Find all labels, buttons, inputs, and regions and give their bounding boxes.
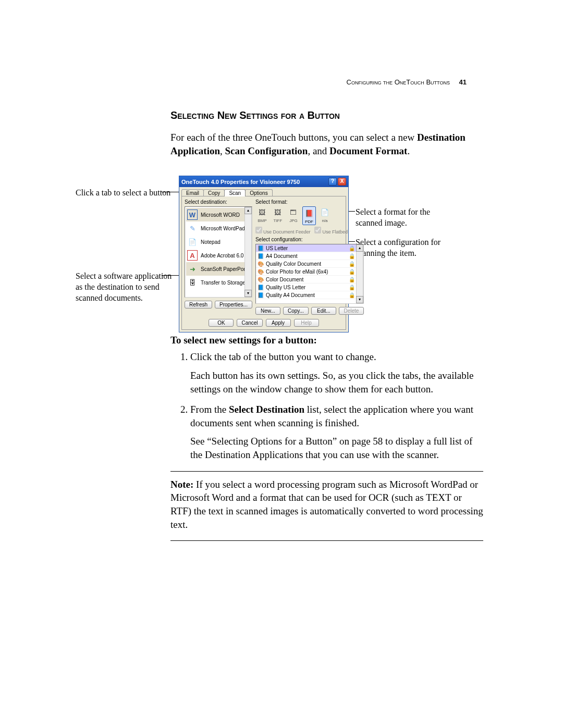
format-na[interactable]: 📄n/a — [318, 206, 332, 225]
format-jpg[interactable]: 🗔JPG — [287, 206, 300, 225]
pdf-icon: 📕 — [303, 207, 315, 219]
callout-format: Select a format for the scanned image. — [356, 207, 444, 229]
running-header-text: Configuring the OneTouch Buttons — [347, 78, 450, 86]
delete-button[interactable]: Delete — [339, 307, 364, 315]
scroll-up-icon[interactable]: ▴ — [244, 207, 252, 214]
callout-config: Select a configuration for scanning the … — [356, 237, 444, 259]
close-button[interactable]: X — [338, 178, 346, 186]
edit-button[interactable]: Edit... — [311, 307, 336, 315]
config-quality-us-letter[interactable]: 📘Quality US Letter🔒 — [256, 283, 363, 291]
scroll-up-icon[interactable]: ▴ — [356, 244, 363, 252]
destination-item-notepad[interactable]: 📄 Notepad — [186, 235, 251, 249]
notepad-icon: 📄 — [187, 237, 198, 247]
destination-item-acrobat[interactable]: A Adobe Acrobat 6.0 — [186, 249, 251, 262]
scroll-track[interactable] — [356, 252, 363, 296]
destination-label: Microsoft WORD — [201, 212, 240, 218]
tab-copy[interactable]: Copy — [203, 189, 225, 196]
tab-scan[interactable]: Scan — [224, 189, 246, 196]
cancel-button[interactable]: Cancel — [237, 319, 262, 327]
config-color-photo[interactable]: 🎨Color Photo for eMail (6x4)🔒 — [256, 268, 363, 276]
new-button[interactable]: New... — [255, 307, 280, 315]
destination-item-paperport[interactable]: ➜ ScanSoft PaperPort — [186, 262, 251, 276]
titlebar-text: OneTouch 4.0 Properties for Visioneer 97… — [181, 179, 300, 185]
label-select-format: Select format: — [255, 199, 364, 205]
config-label: US Letter — [266, 245, 288, 251]
destination-item-wordpad[interactable]: ✎ Microsoft WordPad — [186, 221, 251, 235]
apply-button[interactable]: Apply — [266, 319, 291, 327]
scroll-track[interactable] — [244, 214, 252, 290]
page-number: 41 — [459, 78, 467, 86]
checkbox-flatbed-box[interactable] — [314, 227, 321, 233]
config-us-letter[interactable]: 📘US Letter🔒 — [256, 244, 363, 252]
ok-button[interactable]: OK — [209, 319, 234, 327]
color-icon: 🎨 — [258, 276, 264, 282]
note-paragraph: Note: If you select a word processing pr… — [170, 478, 483, 532]
step-1-text: Click the tab of the button you want to … — [190, 351, 376, 362]
lock-icon: 🔒 — [349, 277, 355, 282]
configuration-list[interactable]: 📘US Letter🔒 📘A4 Document🔒 🎨Quality Color… — [255, 244, 364, 304]
scroll-down-icon[interactable]: ▾ — [244, 290, 252, 297]
config-label: Quality Color Document — [266, 261, 321, 267]
checkbox-feeder-label: Use Document Feeder — [263, 229, 311, 235]
callout-tab: Click a tab to select a button — [76, 188, 175, 199]
tab-row: Email Copy Scan Options — [179, 187, 348, 196]
help-button[interactable]: Help — [294, 319, 319, 327]
lock-icon: 🔒 — [349, 253, 355, 259]
config-quality-a4[interactable]: 📘Quality A4 Document🔒 — [256, 291, 363, 299]
section-heading: Selecting New Settings for a Button — [170, 109, 483, 121]
note-divider-top — [170, 471, 483, 472]
destination-list[interactable]: W Microsoft WORD ✎ Microsoft WordPad 📄 N… — [185, 206, 252, 298]
format-tiff[interactable]: 🖼TIFF — [271, 206, 285, 225]
intro-bold-3: Document Format — [329, 145, 407, 156]
destination-label: ScanSoft PaperPort — [201, 266, 247, 272]
format-label: n/a — [322, 218, 327, 223]
format-bmp[interactable]: 🖼BMP — [255, 206, 269, 225]
tab-email[interactable]: Email — [181, 189, 204, 196]
step-2-pre: From the — [190, 404, 229, 415]
step-1-detail: Each button has its own settings. So, as… — [190, 369, 483, 396]
step-2: From the Select Destination list, select… — [190, 403, 483, 462]
refresh-button[interactable]: Refresh — [185, 301, 212, 309]
destination-item-word[interactable]: W Microsoft WORD — [186, 208, 251, 221]
step-2-bold: Select Destination — [229, 404, 304, 415]
properties-button[interactable]: Properties... — [215, 301, 252, 309]
acrobat-icon: A — [187, 250, 198, 261]
intro-paragraph: For each of the three OneTouch buttons, … — [170, 131, 483, 157]
lock-icon: 🔒 — [349, 285, 355, 290]
config-label: Color Photo for eMail (6x4) — [266, 269, 328, 275]
na-icon: 📄 — [319, 206, 331, 218]
color-icon: 🎨 — [258, 268, 264, 275]
tiff-icon: 🖼 — [272, 206, 284, 218]
checkbox-flatbed[interactable]: Use Flatbed — [314, 227, 348, 235]
format-pdf[interactable]: 📕PDF — [302, 206, 316, 225]
page: Configuring the OneTouch Buttons 41 Sele… — [0, 0, 563, 728]
intro-post: . — [407, 145, 410, 156]
format-row: 🖼BMP 🖼TIFF 🗔JPG 📕PDF 📄n/a — [255, 206, 364, 225]
checkbox-feeder[interactable]: Use Document Feeder — [255, 227, 311, 235]
intro-sep-2: , and — [308, 145, 329, 156]
config-color-doc[interactable]: 🎨Color Document🔒 — [256, 276, 363, 283]
titlebar[interactable]: OneTouch 4.0 Properties for Visioneer 97… — [179, 176, 348, 187]
intro-text: For each of the three OneTouch buttons, … — [170, 132, 417, 143]
note-lead: Note: — [170, 479, 193, 490]
note-body: If you select a word processing program … — [170, 479, 483, 530]
help-button-titlebar[interactable]: ? — [328, 178, 337, 186]
tab-options[interactable]: Options — [245, 189, 272, 196]
paperport-icon: ➜ — [187, 264, 198, 274]
scroll-down-icon[interactable]: ▾ — [356, 296, 363, 303]
instruction-list: Click the tab of the button you want to … — [170, 350, 483, 461]
properties-dialog: OneTouch 4.0 Properties for Visioneer 97… — [179, 176, 349, 332]
checkbox-feeder-box[interactable] — [255, 227, 262, 233]
copy-button[interactable]: Copy... — [283, 307, 309, 315]
format-label: JPG — [289, 218, 298, 223]
destination-item-storage[interactable]: 🗄 Transfer to Storage — [186, 276, 251, 289]
format-label: TIFF — [273, 218, 282, 223]
checkbox-flatbed-label: Use Flatbed — [322, 229, 348, 235]
config-quality-color[interactable]: 🎨Quality Color Document🔒 — [256, 260, 363, 268]
label-select-configuration: Select configuration: — [255, 237, 364, 242]
word-icon: W — [187, 209, 198, 220]
config-a4[interactable]: 📘A4 Document🔒 — [256, 252, 363, 260]
storage-icon: 🗄 — [187, 277, 198, 288]
config-label: Quality US Letter — [266, 285, 305, 290]
dialog-body: Select destination: W Microsoft WORD ✎ M… — [181, 196, 346, 330]
